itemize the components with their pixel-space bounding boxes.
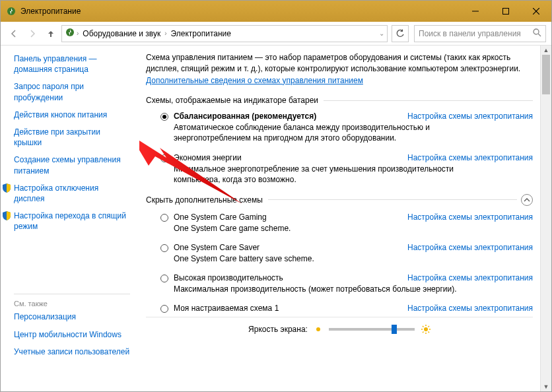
plan-desc: One System Care battery save scheme. xyxy=(174,253,491,264)
brightness-slider[interactable] xyxy=(329,328,415,331)
plan-powersaver: Экономия энергии Настройка схемы электро… xyxy=(160,153,533,185)
slider-thumb[interactable] xyxy=(392,325,397,334)
sidebar-lid-action[interactable]: Действие при закрытии крышки xyxy=(14,127,130,148)
plan-settings-link[interactable]: Настройка схемы электропитания xyxy=(407,243,533,252)
svg-line-16 xyxy=(423,331,424,333)
plan-name[interactable]: One System Care Saver xyxy=(174,243,259,252)
svg-point-8 xyxy=(316,327,320,331)
plan-name[interactable]: One System Care Gaming xyxy=(174,212,267,222)
intro-text: Схема управления питанием — это набор па… xyxy=(146,52,533,86)
vertical-scrollbar[interactable]: ▲ ▼ xyxy=(540,46,551,391)
plan-desc: One System Care game scheme. xyxy=(174,223,491,234)
plan-settings-link[interactable]: Настройка схемы электропитания xyxy=(407,304,533,313)
svg-line-17 xyxy=(428,326,429,327)
plan-desc: Максимальная производительность (может п… xyxy=(174,284,491,294)
plan-radio[interactable] xyxy=(160,113,168,121)
plan-settings-link[interactable]: Настройка схемы электропитания xyxy=(407,212,533,222)
plan-radio[interactable] xyxy=(160,305,168,313)
content-area: Панель управления — домашняя страница За… xyxy=(1,46,551,391)
svg-line-15 xyxy=(428,331,429,333)
svg-rect-2 xyxy=(503,9,509,15)
chevron-right-icon: › xyxy=(77,30,79,37)
chevron-down-icon[interactable]: ⌄ xyxy=(379,30,384,37)
sidebar-require-password[interactable]: Запрос пароля при пробуждении xyxy=(14,81,130,102)
app-icon xyxy=(6,6,17,16)
sidebar-display-off[interactable]: Настройка отключения дисплея xyxy=(2,183,130,204)
sun-bright-icon xyxy=(421,325,431,334)
plan-name[interactable]: Сбалансированная (рекомендуется) xyxy=(174,112,316,121)
svg-point-9 xyxy=(424,327,428,331)
svg-point-6 xyxy=(534,29,539,34)
sidebar-home[interactable]: Панель управления — домашняя страница xyxy=(14,53,130,75)
scroll-down-icon[interactable]: ▼ xyxy=(541,382,551,391)
brightness-bar: Яркость экрана: xyxy=(146,317,533,341)
brightness-label: Яркость экрана: xyxy=(248,325,308,334)
maximize-button[interactable] xyxy=(491,1,521,22)
svg-line-7 xyxy=(538,34,541,36)
search-input[interactable]: Поиск в панели управления xyxy=(414,25,546,42)
breadcrumb-icon xyxy=(65,27,75,40)
section-battery-plans: Схемы, отображаемые на индикаторе батаре… xyxy=(146,96,533,105)
window-title: Электропитание xyxy=(20,7,81,16)
plan-radio[interactable] xyxy=(160,275,168,282)
minimize-button[interactable] xyxy=(460,1,491,22)
seealso-mobility[interactable]: Центр мобильности Windows xyxy=(14,329,130,340)
plan-name[interactable]: Высокая производительность xyxy=(174,273,283,282)
titlebar: Электропитание xyxy=(1,1,551,22)
sun-dim-icon xyxy=(314,325,322,333)
plan-desc: Минимальное энергопотребление за счет ум… xyxy=(174,164,491,185)
search-icon xyxy=(533,28,541,39)
see-also-label: См. также xyxy=(14,300,130,308)
seealso-accounts[interactable]: Учетные записи пользователей xyxy=(14,346,130,357)
breadcrumb-hardware[interactable]: Оборудование и звук xyxy=(80,29,163,38)
breadcrumb-power[interactable]: Электропитание xyxy=(168,29,234,38)
forward-button[interactable] xyxy=(24,26,40,42)
plan-balanced: Сбалансированная (рекомендуется) Настрой… xyxy=(160,112,533,143)
sidebar-power-buttons[interactable]: Действия кнопок питания xyxy=(14,110,130,120)
plan-name[interactable]: Моя настраиваемая схема 1 xyxy=(174,304,279,313)
plan-saver: One System Care Saver Настройка схемы эл… xyxy=(160,243,533,264)
scroll-up-icon[interactable]: ▲ xyxy=(541,46,551,55)
plan-custom1: Моя настраиваемая схема 1 Настройка схем… xyxy=(160,304,533,313)
address-bar: › Оборудование и звук › Электропитание ⌄… xyxy=(1,22,551,46)
scrollbar-thumb[interactable] xyxy=(542,55,550,94)
chevron-right-icon: › xyxy=(164,30,166,37)
intro-link[interactable]: Дополнительные сведения о схемах управле… xyxy=(146,76,363,85)
search-placeholder: Поиск в панели управления xyxy=(419,29,533,38)
seealso-personalization[interactable]: Персонализация xyxy=(14,311,130,322)
refresh-button[interactable] xyxy=(392,25,409,42)
plan-settings-link[interactable]: Настройка схемы электропитания xyxy=(407,153,533,162)
shield-icon xyxy=(2,183,11,193)
breadcrumb[interactable]: › Оборудование и звук › Электропитание ⌄ xyxy=(61,25,388,42)
sidebar-separator xyxy=(14,294,130,294)
up-button[interactable] xyxy=(43,26,59,42)
sidebar-create-plan[interactable]: Создание схемы управления питанием xyxy=(14,154,130,176)
shield-icon xyxy=(2,211,11,220)
plan-radio[interactable] xyxy=(160,154,168,162)
plan-name[interactable]: Экономия энергии xyxy=(174,153,242,162)
collapse-icon[interactable] xyxy=(521,194,533,206)
main-panel: Схема управления питанием — это набор па… xyxy=(139,46,551,391)
window-controls xyxy=(460,1,551,22)
plan-radio[interactable] xyxy=(160,244,168,252)
plan-highperf: Высокая производительность Настройка схе… xyxy=(160,273,533,294)
sidebar-sleep[interactable]: Настройка перехода в спящий режим xyxy=(2,211,130,232)
sidebar: Панель управления — домашняя страница За… xyxy=(1,46,139,391)
close-button[interactable] xyxy=(521,1,551,22)
plan-desc: Автоматическое соблюдение баланса между … xyxy=(174,122,491,143)
section-hide-extra[interactable]: Скрыть дополнительные схемы xyxy=(146,194,533,206)
plan-settings-link[interactable]: Настройка схемы электропитания xyxy=(407,273,533,282)
plan-settings-link[interactable]: Настройка схемы электропитания xyxy=(407,112,533,121)
svg-line-14 xyxy=(423,326,424,327)
plan-radio[interactable] xyxy=(160,214,168,222)
back-button[interactable] xyxy=(6,26,22,42)
plan-gaming: One System Care Gaming Настройка схемы э… xyxy=(160,212,533,234)
power-options-window: Электропитание › Оборудование и звук › Э… xyxy=(0,0,552,392)
